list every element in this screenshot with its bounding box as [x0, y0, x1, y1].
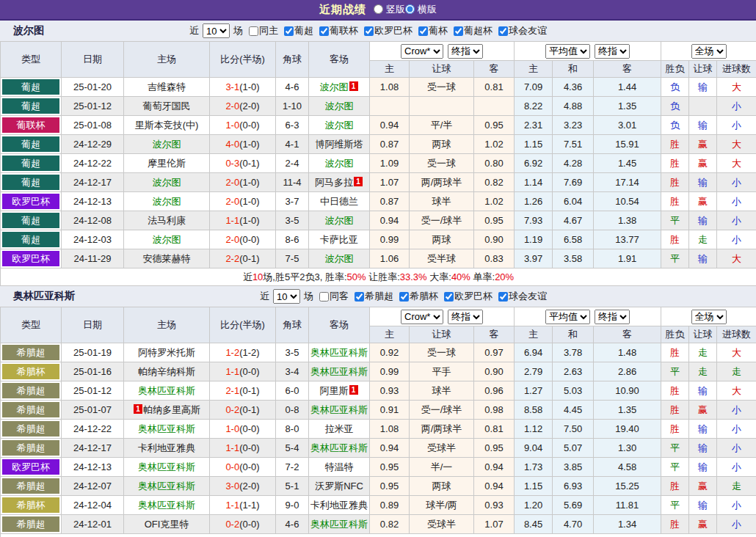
average-group-select-1[interactable]: 终指 [595, 310, 630, 324]
league-cell: 葡超 [1, 97, 62, 116]
avg-away: 10.54 [594, 192, 661, 211]
red-card-badge: 1 [349, 81, 358, 91]
filter-league-3[interactable]: 球会友谊 [494, 290, 547, 303]
handicap-result-cell: 赢 [689, 135, 717, 154]
half-time-score: (1-0) [239, 196, 259, 207]
average-group-select-0[interactable]: 平均值 [545, 310, 590, 324]
layout-radio-0[interactable] [374, 4, 383, 14]
league-checkbox-1[interactable] [399, 292, 409, 302]
result-cell: 胜 [661, 173, 689, 192]
layout-radio-1[interactable] [405, 4, 415, 14]
league-checkbox-label: 葡联杯 [330, 24, 358, 37]
score-cell: 2-1(0-1) [210, 381, 276, 401]
same-venue-checkbox[interactable] [319, 292, 329, 302]
avg-away: 1.35 [594, 97, 661, 116]
odds-handicap: 平手 [410, 362, 474, 381]
league-checkbox-4[interactable] [454, 26, 463, 36]
away-team-name: 博阿维斯塔 [316, 139, 363, 150]
average-group-select-1[interactable]: 终指 [595, 44, 630, 59]
scope-group: 全场 [661, 42, 756, 61]
scope-group-select-0[interactable]: 全场 [691, 310, 727, 324]
score-cell: 0-2(0-0) [210, 515, 276, 534]
match-count-select[interactable]: 10 [273, 289, 300, 304]
avg-home: 2.79 [515, 362, 553, 381]
goals-result-cell: 小 [717, 515, 756, 534]
league-checkbox-3[interactable] [418, 26, 428, 36]
home-team-name: 卡利地亚雅典 [138, 442, 195, 453]
avg-draw: 4.70 [553, 515, 594, 534]
avg-draw: 6.93 [553, 477, 594, 496]
away-team-name: 波尔图 [325, 101, 354, 112]
league-badge: 欧罗巴杯 [2, 251, 59, 266]
odds-away: 0.95 [474, 116, 515, 135]
match-row: 希腊超24-12-17卡利地亚雅典1-1(0-0)5-4奥林匹亚科斯0.94受球… [1, 439, 756, 458]
handicap-result-cell: 走 [689, 362, 717, 381]
date-cell: 24-12-03 [62, 230, 124, 249]
league-badge: 希腊杯 [2, 497, 59, 513]
league-checkbox-2[interactable] [364, 26, 374, 36]
full-time-score: 2-0 [225, 101, 239, 112]
odds-home: 0.91 [370, 401, 410, 420]
away-team-name: 拉米亚 [325, 423, 354, 434]
away-team-cell: 卡利地亚雅典 [309, 496, 370, 515]
match-count-select[interactable]: 10 [203, 23, 230, 38]
match-row: 欧罗巴杯24-12-13波尔图2-0(1-0)3-7中日德兰0.87球半1.02… [1, 192, 756, 211]
filter-league-1[interactable]: 葡联杯 [315, 24, 358, 37]
filter-same-venue[interactable]: 同客 [315, 290, 349, 303]
sub-col-header-0: 主 [370, 61, 410, 78]
league-checkbox-3[interactable] [498, 292, 508, 302]
odds-home: 0.82 [370, 515, 410, 534]
match-row: 希腊杯25-01-16帕纳辛纳科斯1-1(0-0)3-4奥林匹亚科斯0.99平手… [1, 362, 756, 381]
team-section-0: 波尔图近10场同主葡超葡联杯欧罗巴杯葡杯葡超杯球会友谊类型日期主场比分(半场)角… [0, 21, 756, 286]
filter-league-1[interactable]: 希腊杯 [395, 290, 438, 303]
odds-source-group-select-0[interactable]: Crow* [401, 44, 443, 59]
col-header-4: 角球 [276, 307, 309, 343]
league-checkbox-2[interactable] [444, 292, 454, 302]
away-team-name: 卡利地亚雅典 [310, 500, 368, 511]
score-cell: 1-2(1-2) [210, 343, 276, 362]
league-cell: 葡超 [1, 154, 62, 173]
scope-group-select-0[interactable]: 全场 [691, 44, 727, 59]
odds-away: 0.93 [474, 496, 515, 515]
same-venue-checkbox[interactable] [249, 26, 258, 36]
odds-away: 0.97 [474, 343, 515, 362]
league-checkbox-1[interactable] [319, 26, 329, 36]
half-time-score: (1-0) [239, 139, 259, 150]
handicap-result-cell: 输 [689, 211, 717, 230]
score-cell: 3-1(1-0) [210, 78, 276, 97]
filter-league-0[interactable]: 葡超 [280, 24, 313, 37]
col-header-0: 类型 [1, 307, 62, 343]
odds-handicap: 球半/两 [410, 496, 474, 515]
filter-league-5[interactable]: 球会友谊 [494, 24, 547, 37]
away-team-cell: 阿马多拉1 [309, 173, 370, 192]
odds-source-group-select-1[interactable]: 终指 [448, 310, 483, 324]
league-checkbox-5[interactable] [498, 26, 508, 36]
league-badge: 希腊超 [2, 440, 59, 456]
average-group-select-0[interactable]: 平均值 [545, 44, 590, 59]
odds-away: 1.07 [474, 515, 515, 534]
league-checkbox-0[interactable] [355, 292, 364, 302]
full-time-score: 1-2 [225, 347, 239, 358]
away-team-cell: 波尔图 [309, 249, 370, 268]
layout-option-1[interactable]: 横版 [405, 3, 437, 16]
odds-source-group-select-0[interactable]: Crow* [401, 310, 443, 324]
layout-option-0[interactable]: 竖版 [374, 3, 405, 16]
filter-league-0[interactable]: 希腊超 [350, 290, 393, 303]
home-team-name: 吉维森特 [148, 81, 186, 92]
filter-league-2[interactable]: 欧罗巴杯 [440, 290, 493, 303]
half-time-score: (0-0) [239, 120, 259, 131]
odds-source-group-select-1[interactable]: 终指 [448, 44, 483, 59]
filter-league-3[interactable]: 葡杯 [414, 24, 448, 37]
date-cell: 24-12-13 [62, 458, 124, 477]
away-team-cell: 波尔图 [309, 154, 370, 173]
filter-league-4[interactable]: 葡超杯 [449, 24, 493, 37]
half-time-score: (2-0) [239, 101, 259, 112]
odds-handicap: 受一/球半 [410, 401, 474, 420]
corners-cell: 6-3 [276, 116, 309, 135]
filter-league-2[interactable]: 欧罗巴杯 [360, 24, 412, 37]
corners-cell: 11-4 [276, 173, 309, 192]
filter-same-venue[interactable]: 同主 [244, 24, 278, 37]
league-checkbox-0[interactable] [284, 26, 294, 36]
corners-cell: 3-7 [276, 192, 309, 211]
goals-result-cell: 小 [717, 97, 756, 116]
